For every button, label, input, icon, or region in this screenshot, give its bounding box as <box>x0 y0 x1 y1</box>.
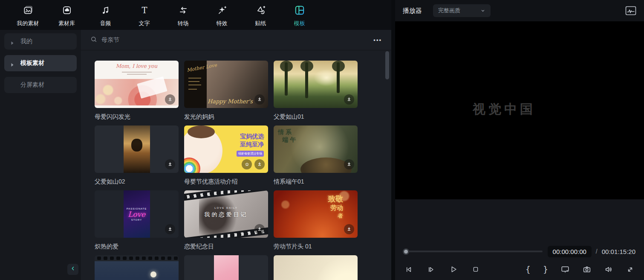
transport-controls: { } <box>395 260 644 279</box>
template-card-partial-girl[interactable] <box>184 255 268 280</box>
tab-effects[interactable]: 特效 <box>202 0 241 30</box>
tab-label: 贴纸 <box>255 20 266 27</box>
template-title: 情系端午01 <box>274 173 358 190</box>
fullscreen-button[interactable] <box>626 265 635 274</box>
mark-in-button[interactable]: { <box>526 265 531 274</box>
video-preview: 视觉中国 <box>395 21 644 199</box>
snapshot-button[interactable] <box>582 265 592 274</box>
category-sidebar: 我的 模板素材 分屏素材 <box>0 30 81 280</box>
night-photo <box>95 261 179 280</box>
step-back-icon <box>404 265 413 274</box>
quality-dropdown[interactable]: 完整画质 <box>433 4 491 17</box>
stock-library-icon <box>61 5 72 18</box>
tab-templates[interactable]: 模板 <box>280 0 319 30</box>
watermark-text: 视觉中国 <box>473 101 536 118</box>
sidebar-item-splitscreen-materials[interactable]: 分屏素材 <box>4 77 77 93</box>
tab-label: 我的素材 <box>17 20 39 27</box>
main-toolbar: 我的素材 素材库 音频 T 文 <box>0 0 391 30</box>
template-card-partial-sky[interactable] <box>274 255 358 280</box>
template-card-baby-fest[interactable]: 宝妈优选 至纯至净 喵影母婴清洁专场 <box>184 125 268 173</box>
tab-label: 模板 <box>294 20 305 27</box>
vertical-photo-strip <box>124 125 150 173</box>
template-card-father01[interactable] <box>274 61 358 108</box>
template-card-father02[interactable] <box>95 125 179 173</box>
chevron-down-icon <box>480 8 485 13</box>
chevron-left-icon <box>70 265 76 273</box>
cast-display-button[interactable] <box>560 265 570 274</box>
previous-frame-button[interactable] <box>404 265 413 274</box>
tab-label: 特效 <box>217 20 228 27</box>
template-card-mom-love[interactable]: Mom, I love you <box>95 61 179 108</box>
template-cell: 致敬 劳动 者 劳动节片头 01 <box>274 190 358 255</box>
note-card-decor <box>137 76 167 99</box>
card-overlay-text: STORY <box>131 219 142 221</box>
render-preview-button[interactable] <box>625 6 636 15</box>
download-button[interactable] <box>254 94 265 105</box>
scrollbar-thumb[interactable] <box>385 51 389 79</box>
tab-my-media[interactable]: 我的素材 <box>9 0 47 30</box>
tab-transition[interactable]: 转场 <box>164 0 202 30</box>
template-cell: 宝妈优选 至纯至净 喵影母婴清洁专场 母婴节优惠活动介绍 <box>184 125 268 190</box>
decor-line <box>188 81 199 82</box>
tab-audio[interactable]: 音频 <box>86 0 125 30</box>
sidebar-item-label: 模板素材 <box>20 59 44 67</box>
card-overlay-text: 者 <box>328 212 343 220</box>
sidebar-item-label: 我的 <box>20 38 32 45</box>
tab-label: 转场 <box>178 20 189 27</box>
sticker-icon <box>255 5 266 18</box>
tree-decor <box>285 62 288 96</box>
template-title: 恋爱纪念日 <box>184 238 268 255</box>
download-button[interactable] <box>165 94 175 105</box>
card-overlay-text: 至纯至净 <box>237 140 264 149</box>
filmstrip-decor <box>97 257 176 260</box>
my-media-icon <box>23 5 34 18</box>
chevron-right-icon <box>10 39 14 44</box>
download-button[interactable] <box>165 224 175 234</box>
player-title: 播放器 <box>403 7 422 15</box>
sidebar-item-label: 分屏素材 <box>20 81 44 89</box>
collapse-sidebar-button[interactable] <box>67 264 78 275</box>
template-card-partial-night[interactable] <box>95 255 179 280</box>
download-button[interactable] <box>344 224 354 234</box>
download-button[interactable] <box>344 94 354 105</box>
template-card-glow-mom[interactable]: Mother Love Happy Mother's <box>184 61 268 108</box>
search-bar[interactable]: 母亲节 ••• <box>81 30 391 50</box>
decor-line <box>188 78 201 79</box>
tab-stickers[interactable]: 贴纸 <box>241 0 280 30</box>
tab-label: 文字 <box>139 20 150 27</box>
template-card-labor-day[interactable]: 致敬 劳动 者 <box>274 190 358 238</box>
card-overlay-text: Happy Mother's <box>208 98 253 105</box>
template-grid: Mom, I love you 母爱闪闪发光 Mother Love <box>81 50 391 280</box>
volume-button[interactable] <box>604 265 613 274</box>
music-note-icon <box>100 5 111 18</box>
stop-button[interactable] <box>471 265 480 274</box>
moon-decor <box>150 271 156 277</box>
template-card-love-diary[interactable]: LOVE DAILY 我的恋爱日记 <box>184 190 268 238</box>
card-overlay-text: 端午 <box>278 136 297 143</box>
text-icon: T <box>139 5 150 18</box>
download-button[interactable] <box>254 159 265 169</box>
template-card-duanwu[interactable]: 情系 端午 <box>274 125 358 173</box>
next-frame-button[interactable] <box>427 265 436 274</box>
download-button[interactable] <box>344 159 354 169</box>
download-button[interactable] <box>254 224 265 234</box>
display-monitor-icon <box>560 265 570 274</box>
left-region: 我的素材 素材库 音频 T 文 <box>0 0 391 280</box>
tab-stock-library[interactable]: 素材库 <box>47 0 86 30</box>
mark-out-button[interactable]: } <box>543 265 548 274</box>
card-overlay-text: 劳动 <box>328 204 343 212</box>
waveform-monitor-icon <box>625 6 636 15</box>
template-cell: Mom, I love you 母爱闪闪发光 <box>95 61 179 125</box>
sidebar-item-template-materials[interactable]: 模板素材 <box>4 55 77 71</box>
favorite-star-button[interactable] <box>242 159 252 169</box>
play-button[interactable] <box>449 265 458 274</box>
download-button[interactable] <box>165 159 175 169</box>
decor-line <box>188 89 197 90</box>
scrubber-track[interactable] <box>408 251 543 252</box>
template-card-neon-love[interactable]: PASSIONATE Love STORY <box>95 190 179 238</box>
template-cell: Mother Love Happy Mother's 发光的妈妈 <box>184 61 268 125</box>
template-cell: 父爱如山01 <box>274 61 358 125</box>
tab-text[interactable]: T 文字 <box>125 0 164 30</box>
more-options-button[interactable]: ••• <box>373 37 382 43</box>
sidebar-item-mine[interactable]: 我的 <box>4 33 77 50</box>
